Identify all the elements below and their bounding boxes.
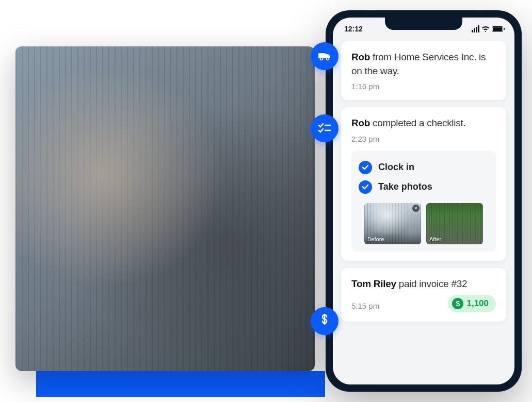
checklist-icon — [311, 114, 338, 142]
photo-label: After — [429, 236, 441, 242]
checklist-label: Take photos — [378, 181, 432, 192]
dollar-icon — [311, 307, 338, 335]
checklist-item-photos: Take photos — [359, 177, 489, 197]
notification-card-invoice[interactable]: Tom Riley paid invoice #32 5:15 pm $ 1,1… — [341, 268, 506, 322]
notification-title: Tom Riley paid invoice #32 — [351, 277, 496, 291]
notification-time: 2:23 pm — [351, 135, 496, 143]
notification-card-checklist[interactable]: Rob completed a checklist. 2:23 pm Clock… — [341, 107, 506, 261]
photo-row: ✕ Before After — [359, 203, 489, 244]
notification-card-arrival[interactable]: Rob from Home Services Inc. is on the wa… — [341, 41, 506, 100]
amount-pill: $ 1,100 — [448, 295, 496, 312]
notification-time: 5:15 pm — [351, 301, 379, 310]
checklist-label: Clock in — [378, 162, 414, 173]
battery-icon — [492, 26, 503, 32]
checklist-box: Clock in Take photos ✕ Before — [351, 150, 496, 252]
check-icon — [359, 180, 372, 194]
wifi-icon — [481, 26, 490, 32]
phone-frame: 12:12 Rob from Home Services Inc. is on … — [326, 10, 522, 392]
dollar-circle-icon: $ — [452, 298, 463, 309]
photo-thumb-after[interactable]: After — [426, 203, 483, 244]
status-time: 12:12 — [344, 25, 363, 33]
photo-label: Before — [367, 236, 384, 242]
check-icon — [359, 161, 372, 174]
checklist-item-clockin: Clock in — [359, 158, 489, 177]
svg-point-1 — [320, 58, 323, 60]
truck-icon — [311, 42, 338, 70]
notification-list: Rob from Home Services Inc. is on the wa… — [333, 37, 514, 326]
photo-thumb-before[interactable]: ✕ Before — [364, 203, 421, 244]
phone-screen: 12:12 Rob from Home Services Inc. is on … — [333, 18, 514, 384]
amount-value: 1,100 — [466, 298, 489, 309]
notification-title: Rob from Home Services Inc. is on the wa… — [351, 51, 496, 78]
signal-icon — [472, 25, 479, 32]
technician-photo — [15, 46, 315, 371]
close-icon[interactable]: ✕ — [412, 205, 420, 212]
svg-point-2 — [327, 58, 329, 60]
blue-accent-block — [36, 371, 325, 397]
phone-notch — [385, 18, 462, 30]
notification-title: Rob completed a checklist. — [351, 116, 496, 130]
status-icons — [472, 25, 503, 32]
notification-time: 1:16 pm — [351, 82, 496, 91]
